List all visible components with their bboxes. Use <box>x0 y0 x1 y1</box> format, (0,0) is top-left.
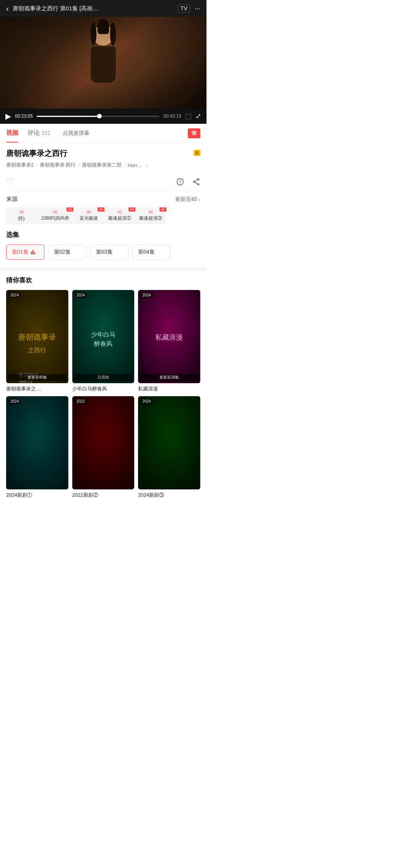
tag-2: 唐朝诡事录第二部 <box>82 162 122 168</box>
year-badge-5: 2024 <box>140 398 153 404</box>
svg-rect-16 <box>6 396 68 489</box>
episode-1-bars <box>31 250 35 254</box>
back-button[interactable]: ‹ <box>6 4 9 13</box>
year-badge-1: 2024 <box>75 292 87 298</box>
quality-tab-2[interactable]: 40 40 蓝光极速 <box>73 207 104 224</box>
video-vignette <box>0 17 206 108</box>
recommend-thumb-3: 2024 <box>6 396 68 489</box>
more-options-button[interactable]: ··· <box>195 5 200 13</box>
nav-title: 唐朝诡事录之西行 第01集 [高画… <box>13 5 178 12</box>
status-badge-1: 已完结 <box>75 374 132 381</box>
fullscreen-button[interactable]: ⤢ <box>195 112 201 120</box>
svg-point-1 <box>198 179 199 180</box>
svg-text:醉春风: 醉春风 <box>94 340 112 347</box>
player-controls: ▶ 00:23:05 00:45:19 ⬚ ⤢ <box>0 108 206 124</box>
action-left: ♡ <box>6 177 14 187</box>
content-area: 唐朝诡事录之西行 6 唐朝诡事录2 / 唐朝诡事录·西行 / 唐朝诡事录第二部 … <box>0 143 206 260</box>
tags-row[interactable]: 唐朝诡事录2 / 唐朝诡事录·西行 / 唐朝诡事录第二部 / Horr… › <box>6 162 200 168</box>
recommend-name-2: 私藏浪漫 <box>138 385 200 392</box>
status-badge-2: 更新至26集 <box>140 374 198 381</box>
recommendations-grid: 唐朝诡事录 之西行 敬请期待 优酷TV 2024 更新至40集 唐朝诡事录之… <box>6 290 200 499</box>
comment-count: 151 <box>41 130 50 136</box>
tag-1: 唐朝诡事录·西行 <box>40 162 76 168</box>
nav-icons: TV ··· <box>178 4 200 13</box>
episodes-grid: 第01集 第02集 第03集 第04集 <box>6 245 200 260</box>
recommend-thumb-0: 唐朝诡事录 之西行 敬请期待 优酷TV 2024 更新至40集 <box>6 290 68 383</box>
reminder-button[interactable] <box>176 178 184 186</box>
svg-line-5 <box>195 182 197 184</box>
year-badge-2: 2024 <box>140 292 153 298</box>
svg-point-2 <box>193 181 195 183</box>
danmu-button[interactable]: 弹 <box>188 128 200 138</box>
title-row: 唐朝诡事录之西行 6 <box>6 148 200 159</box>
recommend-thumb-5: 2024 <box>138 396 200 489</box>
share-button[interactable] <box>192 178 200 186</box>
year-badge-4: 2022 <box>75 398 87 404</box>
recommend-thumb-2: 私藏浪漫 2024 更新至26集 <box>138 290 200 383</box>
episode-button-2[interactable]: 第02集 <box>48 245 86 260</box>
danmu-input-hint[interactable]: 点我发弹幕 <box>63 130 89 137</box>
recommend-name-4: 2022新剧② <box>72 492 135 499</box>
episode-button-3[interactable]: 第03集 <box>90 245 128 260</box>
top-navigation: ‹ 唐朝诡事录之西行 第01集 [高画… TV ··· <box>0 0 206 17</box>
svg-text:私藏浪漫: 私藏浪漫 <box>156 334 183 341</box>
recommendations-title: 猜你喜欢 <box>6 276 200 285</box>
recommend-name-1: 少年白马醉春风 <box>72 385 135 392</box>
update-arrow-icon: › <box>198 196 200 202</box>
recommend-item-1[interactable]: 少年白马 醉春风 2024 已完结 少年白马醉春风 <box>72 290 135 392</box>
svg-rect-17 <box>72 396 135 489</box>
svg-text:唐朝诡事录: 唐朝诡事录 <box>18 333 56 341</box>
play-button[interactable]: ▶ <box>5 112 11 121</box>
quality-tab-4[interactable]: 40 40 极速超清③ <box>135 207 166 224</box>
vip-badge: 6 <box>193 150 200 156</box>
svg-rect-18 <box>138 396 200 489</box>
source-label: 来源 <box>6 196 18 203</box>
tags-expand-icon[interactable]: › <box>146 162 148 168</box>
svg-text:之西行: 之西行 <box>28 347 46 353</box>
recommend-item-4[interactable]: 2022 2022新剧② <box>72 396 135 499</box>
total-time: 00:45:19 <box>163 113 181 119</box>
svg-point-3 <box>198 184 199 185</box>
section-divider <box>0 267 206 270</box>
progress-thumb <box>97 114 102 118</box>
quality-tabs: 49 持) 40 40 1080P|高码率 40 40 蓝光极速 40 40 极… <box>6 207 200 224</box>
tab-comments[interactable]: 评论 151 <box>28 124 50 143</box>
video-background <box>0 17 206 108</box>
episode-button-1[interactable]: 第01集 <box>6 245 44 260</box>
recommendations-section: 猜你喜欢 唐朝诡事录 之西行 敬请期待 优酷TV <box>0 276 206 506</box>
recommend-item-5[interactable]: 2024 2024新剧③ <box>138 396 200 499</box>
status-badge-0: 更新至40集 <box>8 374 66 381</box>
svg-line-4 <box>195 180 197 182</box>
current-time: 00:23:05 <box>15 113 33 119</box>
show-title: 唐朝诡事录之西行 <box>6 148 67 159</box>
source-row: 来源 更新至40 › <box>6 196 200 203</box>
recommend-item-2[interactable]: 私藏浪漫 2024 更新至26集 私藏浪漫 <box>138 290 200 392</box>
episode-button-4[interactable]: 第04集 <box>132 245 171 260</box>
svg-text:少年白马: 少年白马 <box>91 331 115 338</box>
episode-section-title: 选集 <box>6 230 200 239</box>
favorite-button[interactable]: ♡ <box>6 177 14 187</box>
progress-fill <box>37 116 99 117</box>
tag-3: Horr… <box>128 162 142 168</box>
recommend-name-0: 唐朝诡事录之… <box>6 385 68 392</box>
recommend-thumb-1: 少年白马 醉春风 2024 已完结 <box>72 290 135 383</box>
tv-cast-button[interactable]: TV <box>178 4 190 13</box>
tag-0: 唐朝诡事录2 <box>6 162 34 168</box>
recommend-name-3: 2024新剧① <box>6 492 68 499</box>
recommend-thumb-4: 2022 <box>72 396 135 489</box>
video-player[interactable] <box>0 17 206 108</box>
recommend-name-5: 2024新剧③ <box>138 492 200 499</box>
progress-bar[interactable] <box>37 116 160 117</box>
content-tabs: 视频 评论 151 点我发弹幕 弹 <box>0 124 206 143</box>
year-badge-0: 2024 <box>8 292 21 298</box>
action-right <box>176 178 200 186</box>
year-badge-3: 2024 <box>8 398 21 404</box>
update-info[interactable]: 更新至40 › <box>175 196 200 203</box>
quality-tab-1[interactable]: 40 40 1080P|高码率 <box>37 207 73 224</box>
screenshot-button[interactable]: ⬚ <box>185 112 192 120</box>
quality-tab-3[interactable]: 40 40 极速超清② <box>104 207 135 224</box>
recommend-item-3[interactable]: 2024 2024新剧① <box>6 396 68 499</box>
tab-video[interactable]: 视频 <box>6 124 18 143</box>
quality-tab-0[interactable]: 49 持) <box>6 207 37 224</box>
recommend-item-0[interactable]: 唐朝诡事录 之西行 敬请期待 优酷TV 2024 更新至40集 唐朝诡事录之… <box>6 290 68 392</box>
